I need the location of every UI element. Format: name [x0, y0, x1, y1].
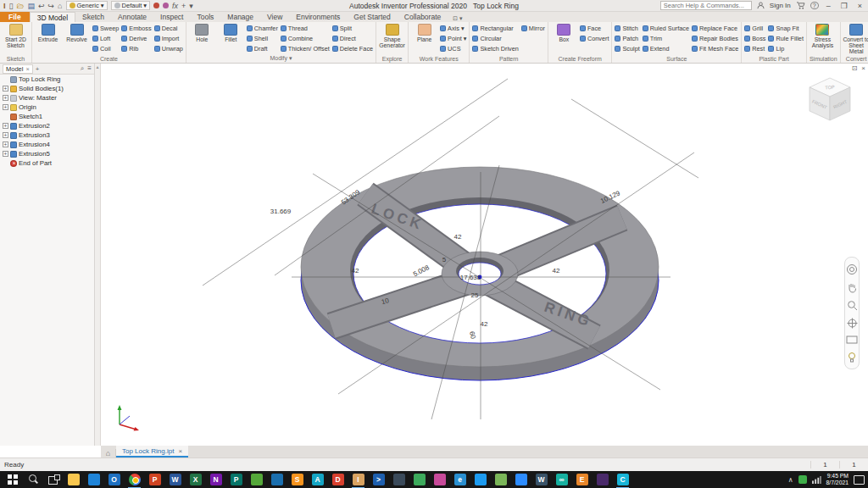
- pan-hand-icon[interactable]: [847, 282, 858, 293]
- help-icon[interactable]: ?: [810, 2, 819, 9]
- taskbar-word-icon[interactable]: W: [169, 474, 181, 486]
- save-icon[interactable]: ▤: [27, 1, 35, 11]
- view-cube[interactable]: TOP FRONT RIGHT: [805, 74, 854, 126]
- qat-add-button[interactable]: +: [181, 1, 186, 11]
- mirror-button[interactable]: Mirror: [520, 24, 546, 33]
- rib-button[interactable]: Rib: [120, 44, 152, 53]
- model-canvas[interactable]: LOCK RING 53.30931.66910.1294255.00817.6…: [101, 64, 868, 446]
- undo-icon[interactable]: ↩: [38, 1, 45, 11]
- shell-button[interactable]: Shell: [246, 34, 279, 43]
- taskbar-drive-icon[interactable]: [494, 474, 507, 486]
- expander-icon[interactable]: +: [3, 132, 8, 138]
- ribbon-tab-manage[interactable]: Manage: [220, 12, 260, 22]
- tray-expand-icon[interactable]: ∧: [788, 476, 793, 484]
- taskbar-e-app-icon[interactable]: E: [576, 474, 588, 486]
- snap-fit-button[interactable]: Snap Fit: [767, 24, 804, 33]
- delete-face-button[interactable]: Delete Face: [331, 44, 374, 53]
- combine-button[interactable]: Combine: [280, 34, 331, 43]
- redo-icon[interactable]: ↪: [48, 1, 55, 11]
- dimension-label[interactable]: 31.669: [270, 208, 292, 215]
- appearance-dropdown[interactable]: Default▾: [111, 1, 151, 10]
- ribbon-tab-inspect[interactable]: Inspect: [153, 12, 190, 22]
- rule-fillet-button[interactable]: Rule Fillet: [767, 34, 804, 43]
- taskbar-photos-grid-icon[interactable]: [433, 474, 446, 486]
- repair-bodies-button[interactable]: Repair Bodies: [691, 34, 739, 43]
- expander-icon[interactable]: +: [3, 104, 8, 110]
- taskbar-powerpoint-icon[interactable]: P: [148, 474, 161, 486]
- ribbon-tab-sketch[interactable]: Sketch: [75, 12, 111, 22]
- restore-button[interactable]: ❐: [838, 2, 850, 10]
- viewport-close-icon[interactable]: ×: [861, 64, 865, 72]
- ribbon-tab-file[interactable]: File: [0, 12, 30, 22]
- fit-mesh-face-button[interactable]: Fit Mesh Face: [691, 44, 739, 53]
- viewport-restore-icon[interactable]: ⊡: [852, 64, 858, 72]
- taskbar-excel-icon[interactable]: X: [189, 474, 202, 486]
- revolve-button[interactable]: Revolve: [63, 23, 91, 56]
- taskbar-designspark-icon[interactable]: D: [331, 474, 344, 486]
- taskbar-outlook-icon[interactable]: O: [108, 474, 120, 486]
- taskbar-c-app-icon[interactable]: C: [616, 474, 629, 486]
- ucs-button[interactable]: UCS: [439, 44, 467, 53]
- fillet-button[interactable]: Fillet: [217, 23, 245, 55]
- taskbar-autodesk-icon[interactable]: A: [311, 474, 324, 486]
- stitch-button[interactable]: Stitch: [614, 24, 640, 33]
- taskbar-zoom-icon[interactable]: [515, 474, 527, 486]
- emboss-button[interactable]: Emboss: [120, 24, 152, 33]
- document-tab[interactable]: Top Lock Ring.ipt ×: [116, 446, 188, 458]
- dimension-label[interactable]: 42: [352, 267, 359, 274]
- ribbon-tab-annotate[interactable]: Annotate: [111, 12, 153, 22]
- loft-button[interactable]: Loft: [92, 34, 120, 43]
- taskbar-file-explorer-icon[interactable]: [67, 474, 80, 486]
- viewport[interactable]: LOCK RING 53.30931.66910.1294255.00817.6…: [101, 64, 868, 446]
- taskbar-vsco-icon[interactable]: ∞: [555, 474, 568, 486]
- taskbar-inventor-icon[interactable]: I: [352, 474, 364, 486]
- sketch-driven-button[interactable]: Sketch Driven: [471, 44, 519, 53]
- taskbar-chrome-icon[interactable]: [128, 474, 141, 486]
- browser-add-tab-button[interactable]: +: [36, 65, 40, 73]
- import-button[interactable]: Import: [153, 34, 184, 43]
- coil-button[interactable]: Coil: [92, 44, 120, 53]
- derive-button[interactable]: Derive: [120, 34, 152, 43]
- taskbar-green-app-icon[interactable]: [413, 474, 426, 486]
- dimension-label[interactable]: 42: [454, 233, 462, 241]
- ribbon-tab-collaborate[interactable]: Collaborate: [398, 12, 448, 22]
- ribbon-tab-environments[interactable]: Environments: [289, 12, 347, 22]
- minimize-button[interactable]: –: [824, 2, 833, 10]
- ribbon-tab-3d-model[interactable]: 3D Model: [30, 12, 75, 22]
- sign-in-button[interactable]: Sign In: [770, 2, 791, 9]
- qat-dropdown-icon[interactable]: ▾: [189, 1, 193, 11]
- extrude-button[interactable]: Extrude: [34, 23, 62, 56]
- network-icon[interactable]: [812, 476, 821, 484]
- expander-icon[interactable]: +: [3, 95, 8, 101]
- adjust-ball2-icon[interactable]: [163, 3, 169, 8]
- parameters-fx-button[interactable]: fx: [172, 1, 178, 11]
- clock[interactable]: 9:45 PM 8/7/2021: [826, 473, 849, 487]
- steering-wheel-icon[interactable]: [846, 263, 858, 275]
- taskbar-sublime-text-icon[interactable]: S: [291, 474, 303, 486]
- taskbar-mail-icon[interactable]: [87, 474, 100, 486]
- zoom-icon[interactable]: [847, 300, 858, 311]
- document-tab-close-icon[interactable]: ×: [178, 447, 182, 455]
- close-button[interactable]: ×: [855, 2, 865, 10]
- taskbar-publisher-icon[interactable]: P: [230, 474, 242, 486]
- material-dropdown[interactable]: Generic▾: [66, 1, 108, 10]
- cart-icon[interactable]: [796, 2, 805, 9]
- ribbon-tab-get-started[interactable]: Get Started: [347, 12, 397, 22]
- taskbar-photos-icon[interactable]: [250, 474, 263, 486]
- dimension-label[interactable]: 42: [481, 320, 488, 328]
- tree-item-solid-bodies-1[interactable]: +Solid Bodies(1): [0, 84, 94, 93]
- taskbar-wireshark-icon[interactable]: [270, 474, 283, 486]
- tree-item-end-of-part[interactable]: End of Part: [0, 158, 94, 168]
- tree-item-view-master[interactable]: +View: Master: [0, 93, 94, 103]
- stress-analysis-button[interactable]: Stress Analysis: [809, 23, 837, 56]
- taskbar-edge-icon[interactable]: e: [453, 474, 466, 486]
- browser-scrollbar[interactable]: ▴: [95, 64, 101, 446]
- sweep-button[interactable]: Sweep: [92, 24, 120, 33]
- dimension-label[interactable]: 25: [471, 291, 479, 299]
- browser-search-icon[interactable]: ⌕: [81, 64, 84, 73]
- thread-button[interactable]: Thread: [280, 24, 331, 33]
- navigation-bar[interactable]: [844, 257, 860, 369]
- dimension-label[interactable]: 17.638: [460, 274, 481, 281]
- tree-item-origin[interactable]: +Origin: [0, 103, 94, 112]
- tree-item-top-lock-ring[interactable]: Top Lock Ring: [0, 75, 94, 84]
